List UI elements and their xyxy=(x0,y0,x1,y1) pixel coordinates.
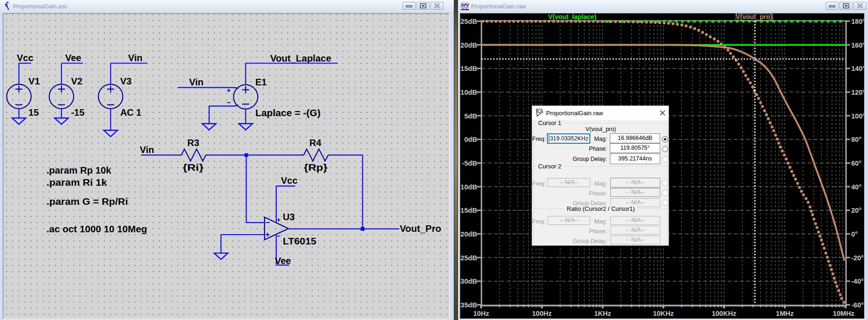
svg-text:160°: 160° xyxy=(851,42,865,49)
svg-text:.ac oct 1000 10 10Meg: .ac oct 1000 10 10Meg xyxy=(47,224,147,234)
svg-text:-10dB: -10dB xyxy=(460,183,477,191)
svg-text:Vin: Vin xyxy=(189,77,204,87)
svg-text:40°: 40° xyxy=(851,183,861,191)
svg-text:0°: 0° xyxy=(851,230,858,238)
svg-text:.param G = Rp/Ri: .param G = Rp/Ri xyxy=(47,196,128,207)
svg-text:10MHz: 10MHz xyxy=(833,310,854,317)
svg-text:.param Rp 10k: .param Rp 10k xyxy=(47,165,112,175)
svg-text:100Hz: 100Hz xyxy=(532,310,552,317)
svg-text:V1: V1 xyxy=(28,76,40,86)
svg-text:1MHz: 1MHz xyxy=(776,310,793,317)
svg-text:Vin: Vin xyxy=(128,53,143,63)
svg-text:AC 1: AC 1 xyxy=(120,107,142,118)
svg-text:180°: 180° xyxy=(851,18,865,25)
svg-text:Vee: Vee xyxy=(275,256,291,266)
svg-text:LT6015: LT6015 xyxy=(283,236,316,246)
svg-text:Vcc: Vcc xyxy=(17,53,34,63)
svg-text:E1: E1 xyxy=(255,77,267,87)
svg-text:.param Ri 1k: .param Ri 1k xyxy=(47,177,108,188)
svg-text:5dB: 5dB xyxy=(464,112,477,120)
svg-text:120°: 120° xyxy=(851,89,865,96)
svg-text:80°: 80° xyxy=(851,136,861,143)
svg-text:10dB: 10dB xyxy=(460,89,477,96)
svg-text:-20dB: -20dB xyxy=(460,230,477,238)
svg-text:10Hz: 10Hz xyxy=(473,310,489,317)
svg-text:15dB: 15dB xyxy=(460,65,477,72)
svg-text:Vin: Vin xyxy=(140,145,154,155)
svg-text:-20°: -20° xyxy=(851,254,864,262)
svg-text:100°: 100° xyxy=(851,112,865,120)
svg-text:0dB: 0dB xyxy=(464,136,477,143)
svg-text:V(vout_pro): V(vout_pro) xyxy=(736,14,772,21)
svg-text:-35dB: -35dB xyxy=(460,301,477,309)
svg-text:Vout_Laplace: Vout_Laplace xyxy=(270,53,331,63)
svg-text:140°: 140° xyxy=(851,65,865,72)
svg-text:V3: V3 xyxy=(120,76,131,86)
svg-text:R3: R3 xyxy=(187,138,199,148)
svg-text:Vcc: Vcc xyxy=(281,175,298,186)
svg-text:-15dB: -15dB xyxy=(460,207,477,214)
svg-text:15: 15 xyxy=(28,107,39,118)
svg-text:R4: R4 xyxy=(309,138,321,148)
svg-text:Laplace = -(G): Laplace = -(G) xyxy=(255,108,321,118)
svg-text:100KHz: 100KHz xyxy=(712,310,737,317)
svg-text:{Rp}: {Rp} xyxy=(304,162,328,173)
svg-text:-5dB: -5dB xyxy=(462,160,477,167)
svg-text:25dB: 25dB xyxy=(460,18,477,25)
svg-text:-40°: -40° xyxy=(851,278,864,285)
svg-text:-60°: -60° xyxy=(851,301,864,309)
svg-text:{Ri}: {Ri} xyxy=(183,162,204,173)
svg-text:V(vout_laplace): V(vout_laplace) xyxy=(548,14,596,21)
svg-text:10KHz: 10KHz xyxy=(653,310,674,317)
svg-text:20°: 20° xyxy=(851,207,861,214)
svg-text:Vee: Vee xyxy=(65,53,81,63)
svg-text:60°: 60° xyxy=(851,160,861,167)
svg-text:U3: U3 xyxy=(283,212,295,222)
svg-text:V2: V2 xyxy=(71,76,82,86)
svg-text:-25dB: -25dB xyxy=(460,254,477,262)
svg-text:1KHz: 1KHz xyxy=(594,310,611,317)
svg-text:-30dB: -30dB xyxy=(460,278,477,285)
svg-text:-15: -15 xyxy=(71,107,84,118)
svg-text:20dB: 20dB xyxy=(460,42,477,49)
svg-text:Vout_Pro: Vout_Pro xyxy=(400,223,441,234)
